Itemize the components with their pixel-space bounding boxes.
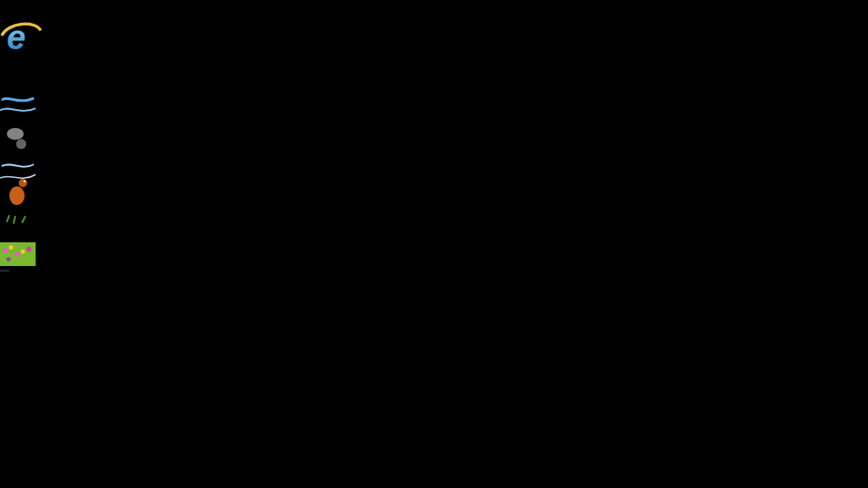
sync-arrows-icon[interactable]: ⇅ [0,348,868,364]
calendar-day-header: Sa [0,380,868,395]
background-drawing-canvas [0,93,868,269]
desktop-msi-brand-text: msi W [0,0,868,15]
minimize-icon [0,269,9,272]
internet-explorer-label: Internet Exr [0,63,868,93]
calendar-date: 4 [0,395,868,410]
calendar-date: 18 [0,425,868,441]
internet-explorer-desktop-icon[interactable]: e [0,15,868,63]
close-icon: ✕ [0,292,11,307]
desktop-root: msi W e Internet Exr [0,0,868,488]
calendar-big-date: 0 [0,364,868,380]
overlay-minimize-button[interactable] [0,269,22,291]
overlay-close-button[interactable]: ✕ [0,291,26,318]
calendar-date: 25 [0,441,868,456]
windows-live-label: ws Live Cll [0,318,868,348]
calendar-date-dim: 9 [0,471,868,486]
calendar-date-dim: 2 [0,456,868,471]
calendar-gadget[interactable]: 0 Sa 4 11 18 25 2 9 [0,364,868,486]
calendar-date: 11 [0,410,868,425]
